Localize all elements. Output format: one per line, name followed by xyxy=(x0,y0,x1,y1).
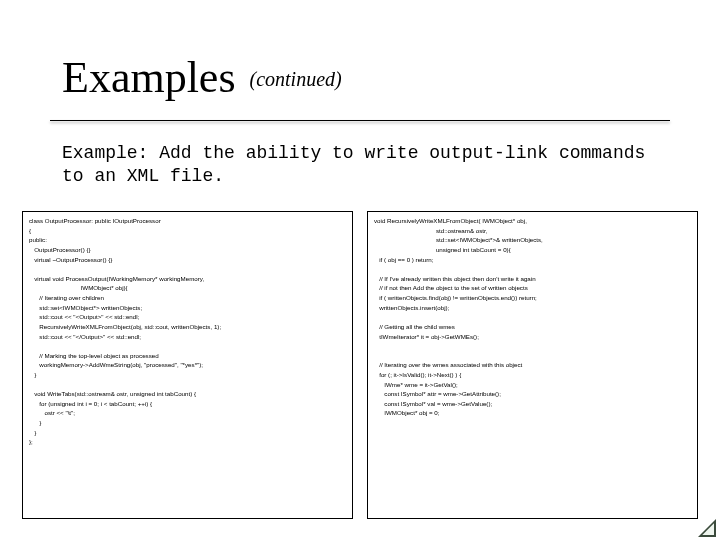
page-curl-icon xyxy=(698,519,716,537)
slide-title: Examples xyxy=(62,53,236,102)
code-column-left: class OutputProcessor: public IOutputPro… xyxy=(22,211,353,519)
slide: Examples (continued) Example: Add the ab… xyxy=(0,0,720,540)
title-row: Examples (continued) xyxy=(62,52,658,103)
code-column-right: void RecursivelyWriteXMLFromObject( IWMO… xyxy=(367,211,698,519)
code-area: class OutputProcessor: public IOutputPro… xyxy=(22,205,698,525)
title-underline xyxy=(50,120,670,121)
example-description: Example: Add the ability to write output… xyxy=(62,142,658,187)
slide-subtitle-tag: (continued) xyxy=(250,68,342,90)
